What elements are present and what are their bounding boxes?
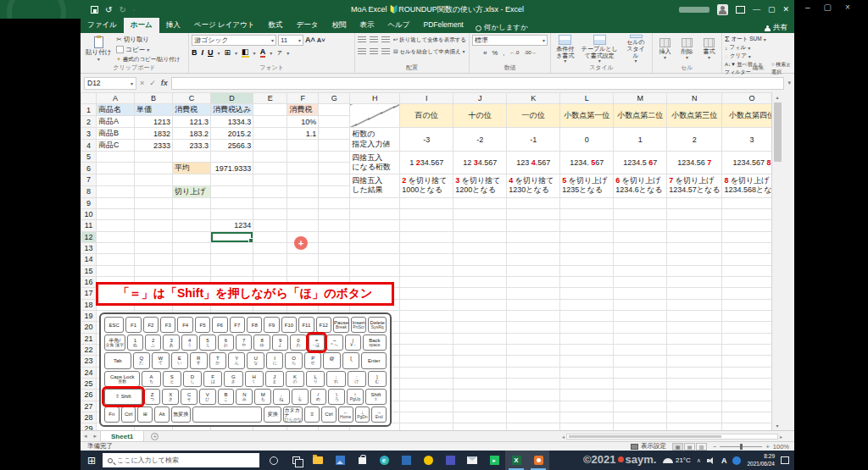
close-icon[interactable]: ✕	[782, 5, 789, 14]
grid-cell[interactable]	[97, 254, 135, 265]
grid-cell[interactable]	[507, 333, 560, 344]
grid-cell[interactable]	[319, 185, 350, 197]
increase-decimal-icon[interactable]: ←.0	[509, 50, 519, 55]
taskbar-clock[interactable]: 8:29 2021/06/24	[747, 453, 775, 467]
line-app-taskbar-button[interactable]: ▸	[483, 451, 505, 470]
grid-cell[interactable]	[400, 367, 453, 378]
grid-cell[interactable]	[97, 242, 135, 253]
grid-cell[interactable]	[560, 401, 614, 412]
grid-cell[interactable]	[400, 208, 453, 219]
column-header-L[interactable]: L	[560, 93, 614, 104]
grid-cell[interactable]	[173, 220, 211, 231]
grid-cell[interactable]	[507, 242, 560, 253]
row-header-10[interactable]: 10	[81, 208, 97, 219]
ribbon-tab[interactable]: データ	[289, 18, 325, 33]
grid-cell[interactable]	[667, 231, 722, 242]
grid-cell[interactable]	[400, 220, 453, 231]
grid-cell[interactable]	[667, 344, 722, 355]
grid-cell[interactable]: 1213	[135, 116, 173, 128]
ribbon-tab[interactable]: ホーム	[124, 18, 159, 33]
row-header-4[interactable]: 4	[81, 140, 97, 152]
grid-cell[interactable]	[350, 265, 400, 276]
row-header-3[interactable]: 3	[81, 128, 97, 140]
row-header-22[interactable]: 22	[81, 344, 97, 355]
tray-app-icon[interactable]	[732, 456, 741, 465]
ribbon-tab[interactable]: ヘルプ	[381, 18, 416, 33]
normal-view-button[interactable]: ▦	[672, 443, 683, 451]
grid-cell[interactable]	[614, 333, 667, 344]
row-header-1[interactable]: 1	[81, 104, 97, 116]
zoom-in-icon[interactable]: +	[765, 443, 769, 451]
grid-cell[interactable]: 1971.9333	[211, 163, 253, 174]
grid-cell[interactable]: 7 を切り上げ1234.57となる	[667, 174, 722, 197]
grid-cell[interactable]	[253, 128, 287, 140]
ribbon-tab[interactable]: 表示	[353, 18, 381, 33]
grid-cell[interactable]	[507, 310, 560, 321]
row-header-2[interactable]: 2	[81, 116, 97, 128]
grid-cell[interactable]	[287, 220, 319, 231]
grid-cell[interactable]	[560, 344, 614, 355]
grid-cell[interactable]	[667, 390, 722, 401]
grid-cell[interactable]	[453, 231, 507, 242]
row-header-28[interactable]: 28	[81, 412, 97, 423]
grid-cell[interactable]	[173, 152, 211, 163]
grid-cell[interactable]	[350, 254, 400, 265]
grid-cell[interactable]	[453, 288, 507, 299]
row-header-15[interactable]: 15	[81, 265, 97, 276]
store-taskbar-button[interactable]	[351, 451, 373, 470]
grid-cell[interactable]	[614, 197, 667, 208]
grid-cell[interactable]	[211, 231, 253, 242]
grid-cell[interactable]	[97, 220, 135, 231]
grid-cell[interactable]	[211, 208, 253, 219]
grid-cell[interactable]	[253, 152, 287, 163]
column-header-N[interactable]: N	[667, 93, 722, 104]
grid-cell[interactable]: 6 を切り上げ1234.6となる	[614, 174, 667, 197]
row-header-26[interactable]: 26	[81, 390, 97, 401]
grid-cell[interactable]	[453, 242, 507, 253]
grid-cell[interactable]	[319, 104, 350, 116]
grid-cell[interactable]: 0	[560, 128, 614, 152]
grid-cell[interactable]	[287, 208, 319, 219]
sheet-tab-active[interactable]: Sheet1	[100, 431, 144, 441]
currency-icon[interactable]: ¤	[483, 49, 487, 57]
grid-cell[interactable]	[253, 104, 287, 116]
grid-cell[interactable]	[97, 163, 135, 174]
align-middle-icon[interactable]	[370, 36, 378, 43]
taskbar-search[interactable]: ここに入力して検索	[103, 453, 259, 467]
grid-cell[interactable]	[350, 231, 400, 242]
grid-cell[interactable]	[400, 412, 453, 423]
column-header-M[interactable]: M	[614, 93, 667, 104]
grid-cell[interactable]: 四捨五入になる桁数	[350, 152, 400, 174]
grid-cell[interactable]	[667, 197, 722, 208]
grid-cell[interactable]	[135, 220, 173, 231]
grid-cell[interactable]	[560, 310, 614, 321]
edge-taskbar-button[interactable]: e	[373, 451, 395, 470]
grid-cell[interactable]	[614, 220, 667, 231]
grid-cell[interactable]	[287, 152, 319, 163]
grid-cell[interactable]	[173, 231, 211, 242]
grid-cell[interactable]	[453, 412, 507, 423]
grid-cell[interactable]: 12 34.567	[453, 152, 507, 174]
grid-cell[interactable]	[667, 401, 722, 412]
format-as-table-button[interactable]: テーブルとして書式設定▾	[580, 35, 620, 64]
grid-cell[interactable]: 商品C	[97, 140, 135, 152]
grid-cell[interactable]	[560, 299, 614, 310]
grid-cell[interactable]	[507, 299, 560, 310]
grid-cell[interactable]	[667, 265, 722, 276]
grid-cell[interactable]: 商品名	[97, 104, 135, 116]
grid-cell[interactable]	[453, 322, 507, 333]
grid-cell[interactable]	[253, 140, 287, 152]
row-header-29[interactable]: 29	[81, 423, 97, 430]
grid-cell[interactable]	[253, 242, 287, 253]
grid-cell[interactable]: 2333	[135, 140, 173, 152]
cell-styles-button[interactable]: セルのスタイル▾	[622, 35, 649, 64]
column-header-B[interactable]: B	[135, 93, 173, 104]
grid-cell[interactable]	[507, 265, 560, 276]
underline-button[interactable]: U	[208, 48, 214, 57]
grid-cell[interactable]: 十の位	[453, 104, 507, 128]
grid-cell[interactable]	[667, 208, 722, 219]
row-header-21[interactable]: 21	[81, 333, 97, 344]
grid-cell[interactable]	[211, 185, 253, 197]
column-header-H[interactable]: H	[350, 93, 400, 104]
grid-cell[interactable]	[614, 367, 667, 378]
